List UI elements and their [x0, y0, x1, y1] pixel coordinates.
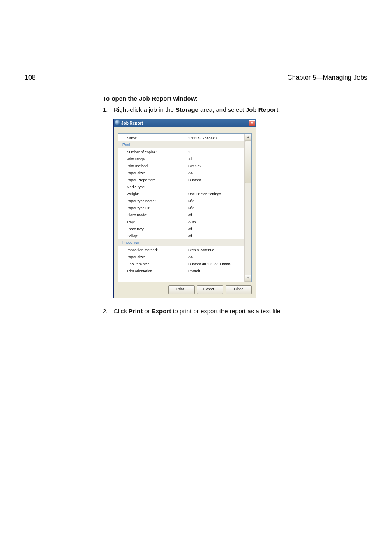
- report-row: Paper type name:N/A: [118, 197, 244, 204]
- label: Paper Properties:: [118, 178, 188, 182]
- report-list: Name: 1.1x1.5_2pages3 Print Number of co…: [118, 133, 252, 282]
- app-icon: [115, 120, 120, 125]
- value: off: [188, 234, 244, 238]
- value: Simplex: [188, 164, 244, 168]
- text: or: [143, 308, 152, 314]
- bold-storage: Storage: [175, 106, 198, 113]
- value: Portrait: [188, 269, 244, 273]
- label: Tray:: [118, 220, 188, 224]
- text: Right-click a job in the: [113, 106, 175, 113]
- report-row: Media type:: [118, 183, 244, 190]
- titlebar: Job Report ×: [114, 119, 256, 127]
- label: Final trim size: [118, 262, 188, 266]
- window-title: Job Report: [121, 121, 143, 125]
- label: Imposition method:: [118, 248, 188, 252]
- value: Auto: [188, 220, 244, 224]
- scrollbar[interactable]: ▴ ▾: [244, 134, 251, 282]
- report-row: Trim orientationPortrait: [118, 267, 244, 274]
- report-row: Gloss mode:off: [118, 211, 244, 218]
- value: A4: [188, 171, 244, 175]
- step-1: 1. Right-click a job in the Storage area…: [103, 106, 367, 113]
- label: Gloss mode:: [118, 213, 188, 217]
- scroll-track[interactable]: [245, 183, 251, 275]
- value: 1: [188, 150, 244, 154]
- close-button[interactable]: Close: [226, 285, 252, 294]
- value: Use Printer Settings: [188, 192, 244, 196]
- report-row: Print range:All: [118, 155, 244, 162]
- report-row: Gallop:off: [118, 232, 244, 239]
- text: to print or export the report as a text …: [171, 308, 282, 314]
- report-list-content: Name: 1.1x1.5_2pages3 Print Number of co…: [118, 134, 244, 282]
- step-2: 2. Click Print or Export to print or exp…: [103, 308, 367, 314]
- step-1-text: Right-click a job in the Storage area, a…: [113, 106, 280, 113]
- label: Paper type name:: [118, 199, 188, 203]
- scroll-thumb[interactable]: [245, 141, 251, 183]
- label: Number of copies:: [118, 150, 188, 154]
- row-name: Name: 1.1x1.5_2pages3: [118, 134, 244, 141]
- label: Print range:: [118, 157, 188, 161]
- value: N/A: [188, 199, 244, 203]
- label: Gallop:: [118, 234, 188, 238]
- report-row: Force tray:off: [118, 225, 244, 232]
- step-2-number: 2.: [103, 308, 112, 314]
- text: area, and select: [198, 106, 246, 113]
- report-row: Final trim sizeCustom 38.1 X 27.939999: [118, 260, 244, 267]
- value: Custom 38.1 X 27.939999: [188, 262, 244, 266]
- page: 108 Chapter 5—Managing Jobs To open the …: [0, 0, 392, 555]
- label: Name:: [118, 136, 188, 140]
- titlebar-left: Job Report: [115, 120, 143, 125]
- section-print: Print: [118, 141, 244, 148]
- report-row: Print method:Simplex: [118, 162, 244, 169]
- page-number: 108: [25, 74, 36, 81]
- text: Click: [113, 308, 129, 314]
- label: Force tray:: [118, 227, 188, 231]
- label: Print method:: [118, 164, 188, 168]
- report-row: Number of copies:1: [118, 148, 244, 155]
- export-button[interactable]: Export...: [197, 285, 223, 294]
- dialog-buttons: Print... Export... Close: [118, 282, 252, 294]
- step-1-number: 1.: [103, 106, 112, 113]
- label: Paper type ID:: [118, 206, 188, 210]
- page-body: To open the Job Report window: 1. Right-…: [103, 95, 367, 314]
- bold-export: Export: [152, 308, 171, 314]
- section-title: To open the Job Report window:: [103, 95, 367, 102]
- job-report-dialog: Job Report × Name: 1.1x1.5_2pages3 Print…: [113, 119, 256, 298]
- report-row: Imposition method:Step & continue: [118, 246, 244, 253]
- dialog-inner: Name: 1.1x1.5_2pages3 Print Number of co…: [114, 127, 256, 298]
- value: Custom: [188, 178, 244, 182]
- close-icon[interactable]: ×: [249, 120, 255, 126]
- label: Weight:: [118, 192, 188, 196]
- step-2-text: Click Print or Export to print or export…: [113, 308, 282, 314]
- report-row: Paper type ID:N/A: [118, 204, 244, 211]
- label: Paper size:: [118, 171, 188, 175]
- bold-job-report: Job Report: [246, 106, 278, 113]
- report-row: Tray:Auto: [118, 218, 244, 225]
- value: N/A: [188, 206, 244, 210]
- report-row: Paper size:A4: [118, 169, 244, 176]
- scroll-up-icon[interactable]: ▴: [245, 134, 251, 141]
- scroll-down-icon[interactable]: ▾: [245, 275, 251, 282]
- report-row: Paper size:A4: [118, 253, 244, 260]
- text: .: [278, 106, 280, 113]
- report-row: Paper Properties:Custom: [118, 176, 244, 183]
- report-row: Weight:Use Printer Settings: [118, 190, 244, 197]
- label: Trim orientation: [118, 269, 188, 273]
- value: off: [188, 213, 244, 217]
- bold-print: Print: [129, 308, 143, 314]
- page-header: 108 Chapter 5—Managing Jobs: [25, 0, 367, 83]
- label: Media type:: [118, 185, 188, 189]
- value: A4: [188, 255, 244, 259]
- print-button[interactable]: Print...: [168, 285, 195, 294]
- value: 1.1x1.5_2pages3: [188, 136, 244, 140]
- value: Step & continue: [188, 248, 244, 252]
- section-imposition: Imposition: [118, 239, 244, 246]
- label: Paper size:: [118, 255, 188, 259]
- value: off: [188, 227, 244, 231]
- chapter-title: Chapter 5—Managing Jobs: [287, 74, 367, 81]
- value: All: [188, 157, 244, 161]
